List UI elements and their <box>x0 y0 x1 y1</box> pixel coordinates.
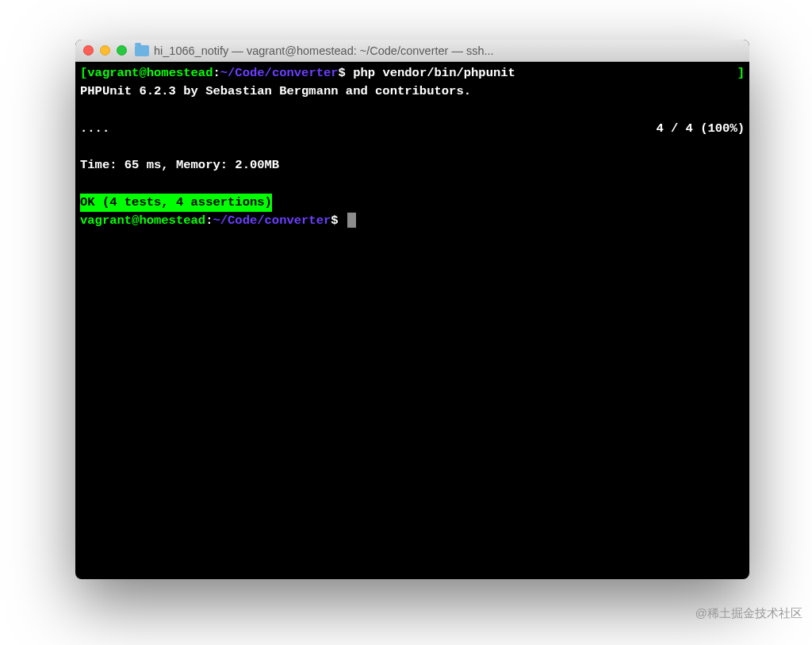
progress-line: .... 4 / 4 (100%) <box>80 120 745 138</box>
close-bracket: ] <box>737 64 745 83</box>
prompt-line-1: [vagrant@homestead:~/Code/converter$ php… <box>80 64 745 83</box>
test-progress: 4 / 4 (100%) <box>656 120 745 138</box>
close-button[interactable] <box>83 45 94 56</box>
open-bracket: [ <box>80 66 87 80</box>
prompt-line-2: vagrant@homestead:~/Code/converter$ <box>80 212 745 230</box>
path: ~/Code/converter <box>220 66 339 80</box>
user-host: vagrant@homestead <box>87 66 213 80</box>
folder-icon <box>135 45 149 56</box>
user-host: vagrant@homestead <box>80 213 205 228</box>
time-memory-line: Time: 65 ms, Memory: 2.00MB <box>80 156 745 175</box>
command: php vendor/bin/phpunit <box>346 66 515 80</box>
terminal-window: hi_1066_notify — vagrant@homestead: ~/Co… <box>75 40 749 579</box>
path: ~/Code/converter <box>213 213 331 228</box>
dollar: $ <box>331 213 338 228</box>
path-colon: : <box>213 66 220 80</box>
window-title: hi_1066_notify — vagrant@homestead: ~/Co… <box>154 44 741 57</box>
window-titlebar[interactable]: hi_1066_notify — vagrant@homestead: ~/Co… <box>75 40 749 62</box>
minimize-button[interactable] <box>100 45 110 56</box>
phpunit-version-line: PHPUnit 6.2.3 by Sebastian Bergmann and … <box>80 83 745 101</box>
maximize-button[interactable] <box>117 45 127 56</box>
watermark: @稀土掘金技术社区 <box>695 606 802 621</box>
ok-highlight: OK (4 tests, 4 assertions) <box>80 194 272 212</box>
blank-line <box>80 102 745 120</box>
traffic-lights <box>83 45 127 56</box>
terminal-body[interactable]: [vagrant@homestead:~/Code/converter$ php… <box>75 62 749 232</box>
blank-line <box>80 138 745 156</box>
dollar: $ <box>339 66 346 80</box>
ok-result-line: OK (4 tests, 4 assertions) <box>80 194 745 212</box>
test-dots: .... <box>80 120 109 138</box>
cursor <box>347 213 356 228</box>
blank-line <box>80 175 745 194</box>
